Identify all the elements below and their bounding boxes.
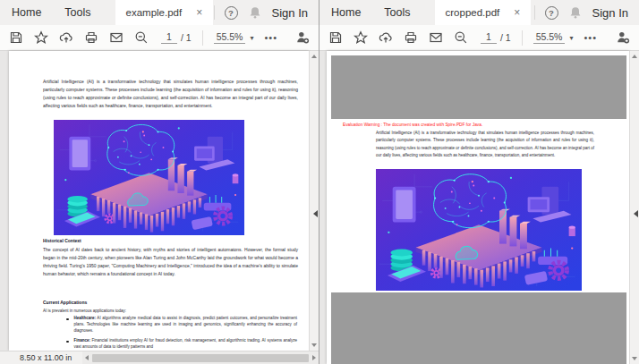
document-area: Artificial Intelligence (AI) is a transf… (0, 51, 319, 351)
sign-in-button[interactable]: Sign In (592, 6, 631, 20)
toolbar: 1 / 1 55.5% ▾ ••• (0, 25, 319, 51)
scroll-down-arrow[interactable] (311, 343, 317, 347)
ai-illustration-image (376, 169, 582, 291)
help-glyph: ? (549, 8, 554, 18)
zoom-out-icon[interactable] (134, 30, 149, 45)
zoom-level-input[interactable]: 55.5% (533, 31, 566, 44)
status-bar: 8.50 x 11.00 in (0, 351, 319, 364)
pdf-viewer-window-cropped: Home Tools cropped.pdf × ? Sign In 1 / 1… (320, 0, 639, 364)
print-icon[interactable] (404, 30, 418, 45)
pdf-page: Artificial Intelligence (AI) is a transf… (9, 51, 309, 351)
divider (214, 5, 215, 20)
zoom-control: 55.5% ▾ (214, 31, 254, 44)
menu-tools[interactable]: Tools (372, 0, 422, 25)
scroll-down-arrow[interactable] (632, 357, 637, 360)
page-navigation: 1 / 1 (481, 31, 511, 44)
current-applications-heading: Current Applications (43, 300, 87, 305)
bullet-label: Finance: (74, 338, 91, 343)
bullet-body: AI algorithms analyze medical data to as… (74, 316, 298, 333)
zoom-out-icon[interactable] (454, 30, 468, 45)
collapse-panel-arrow[interactable] (313, 210, 318, 217)
collapse-panel-arrow[interactable] (634, 210, 638, 217)
help-glyph: ? (228, 8, 234, 18)
close-tab-icon[interactable]: × (514, 7, 520, 18)
page-size-label: 8.50 x 11.00 in (0, 353, 82, 362)
bullet-label: Healthcare: (74, 316, 97, 320)
menu-home[interactable]: Home (320, 0, 372, 25)
menu-tools[interactable]: Tools (53, 0, 102, 25)
ai-illustration-image (54, 120, 244, 235)
tab-bar: Home Tools example.pdf × ? Sign In (0, 0, 319, 25)
document-tab-title: example.pdf (126, 7, 183, 18)
sign-in-button[interactable]: Sign In (272, 6, 311, 20)
email-icon[interactable] (109, 30, 124, 45)
cropped-region-top (331, 55, 626, 119)
more-tools-button[interactable]: ••• (264, 32, 277, 43)
page-count-label: / 1 (181, 32, 192, 43)
more-tools-button[interactable]: ••• (584, 32, 597, 43)
chevron-down-icon[interactable]: ▾ (250, 34, 253, 42)
bell-icon[interactable] (248, 5, 262, 20)
help-icon[interactable]: ? (225, 6, 238, 20)
document-tab-title: cropped.pdf (446, 7, 500, 18)
pdf-viewer-window-example: Home Tools example.pdf × ? Sign In 1 / 1… (0, 0, 320, 364)
scroll-up-arrow[interactable] (632, 55, 637, 58)
page-count-label: / 1 (500, 32, 511, 43)
pdf-page: Evaluation Warning : The document was cr… (327, 51, 629, 364)
page-number-input[interactable]: 1 (481, 31, 497, 44)
toolbar: 1 / 1 55.5% ▾ ••• (320, 25, 639, 51)
vertical-scrollbar[interactable] (629, 51, 639, 364)
divider (202, 30, 203, 46)
help-icon[interactable]: ? (545, 6, 558, 20)
horizontal-scrollbar[interactable] (82, 351, 319, 364)
cropped-region-bottom (331, 292, 626, 364)
menu-home[interactable]: Home (0, 0, 53, 25)
vertical-scrollbar[interactable] (309, 51, 319, 351)
zoom-control: 55.5% ▾ (533, 31, 574, 44)
bullet-body: Financial institutions employ AI for fra… (74, 338, 298, 349)
scroll-right-arrow[interactable] (312, 355, 316, 360)
cloud-upload-icon[interactable] (59, 30, 73, 45)
divider (522, 30, 523, 46)
close-tab-icon[interactable]: × (196, 7, 202, 18)
intro-paragraph: Artificial Intelligence (AI) is a transf… (376, 130, 594, 159)
add-user-icon[interactable] (616, 30, 630, 45)
bell-icon[interactable] (568, 5, 583, 20)
scroll-up-arrow[interactable] (311, 55, 317, 58)
historical-context-heading: Historical Context (43, 238, 81, 243)
chevron-down-icon[interactable]: ▾ (569, 34, 573, 42)
evaluation-warning-text: Evaluation Warning : The document was cr… (343, 123, 482, 128)
intro-paragraph: Artificial Intelligence (AI) is a transf… (43, 78, 298, 110)
save-icon[interactable] (9, 30, 23, 45)
add-user-icon[interactable] (295, 30, 310, 45)
divider (534, 5, 535, 20)
tab-bar: Home Tools cropped.pdf × ? Sign In (320, 0, 639, 25)
applications-intro: AI is prevalent in numerous applications… (43, 308, 298, 315)
zoom-level-input[interactable]: 55.5% (214, 31, 246, 44)
star-icon[interactable] (354, 30, 368, 45)
document-tab[interactable]: cropped.pdf × (435, 0, 532, 25)
page-navigation: 1 / 1 (161, 31, 192, 44)
scrollbar-thumb[interactable] (92, 354, 309, 362)
historical-paragraph: The concept of AI dates back to ancient … (43, 246, 298, 278)
bullet-icon (66, 341, 69, 343)
document-tab[interactable]: example.pdf × (115, 0, 214, 25)
document-area: Evaluation Warning : The document was cr… (320, 51, 639, 364)
bullet-finance: Finance: Financial institutions employ A… (66, 338, 297, 351)
cloud-upload-icon[interactable] (379, 30, 393, 45)
scroll-left-arrow[interactable] (85, 355, 89, 360)
bullet-healthcare: Healthcare: AI algorithms analyze medica… (66, 316, 297, 334)
print-icon[interactable] (84, 30, 98, 45)
email-icon[interactable] (429, 30, 443, 45)
save-icon[interactable] (328, 30, 343, 45)
star-icon[interactable] (34, 30, 48, 45)
bullet-icon (66, 318, 69, 321)
page-number-input[interactable]: 1 (161, 31, 177, 44)
